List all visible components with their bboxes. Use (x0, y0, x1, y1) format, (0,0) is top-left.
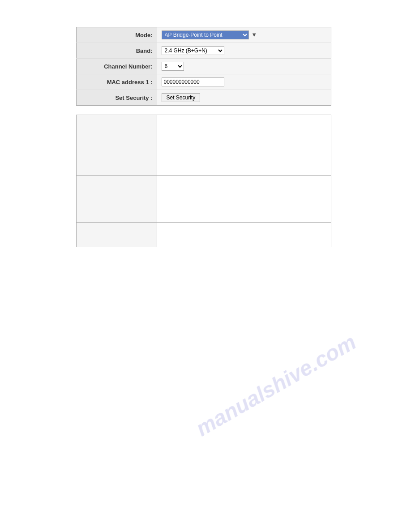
mode-row: Mode: AP Bridge-Point to Point AP Client… (77, 27, 331, 43)
set-security-label: Set Security : (77, 90, 157, 106)
band-value-cell: 2.4 GHz (B+G+N) 2.4 GHz (B) 2.4 GHz (G) … (157, 43, 331, 59)
row-left-cell (77, 222, 157, 247)
config-table: Mode: AP Bridge-Point to Point AP Client… (76, 27, 331, 106)
table-row (77, 191, 331, 222)
channel-select[interactable]: 1 2 3 4 5 6 7 8 9 10 11 12 13 (162, 62, 184, 71)
mode-value-cell: AP Bridge-Point to Point AP Client WDS A… (157, 27, 331, 43)
row-right-cell (157, 191, 331, 222)
set-security-row: Set Security : Set Security (77, 90, 331, 106)
data-table (76, 115, 331, 247)
mac-address-value-cell (157, 74, 331, 90)
band-row: Band: 2.4 GHz (B+G+N) 2.4 GHz (B) 2.4 GH… (77, 43, 331, 59)
channel-label: Channel Number: (77, 59, 157, 74)
table-row (77, 144, 331, 175)
row-right-cell (157, 128, 331, 144)
set-security-value-cell: Set Security (157, 90, 331, 106)
table-row (77, 128, 331, 144)
row-right-cell (157, 175, 331, 191)
mac-address-input[interactable] (162, 77, 224, 86)
band-label: Band: (77, 43, 157, 59)
data-table-header-row (77, 115, 331, 129)
mac-address-label: MAC address 1 : (77, 74, 157, 90)
set-security-button[interactable]: Set Security (162, 93, 201, 102)
header-left (77, 115, 157, 129)
mode-select[interactable]: AP Bridge-Point to Point AP Client WDS A… (162, 30, 249, 39)
watermark: manualshive.com (192, 330, 360, 441)
channel-value-cell: 1 2 3 4 5 6 7 8 9 10 11 12 13 (157, 59, 331, 74)
row-left-cell (77, 128, 157, 144)
row-left-cell (77, 175, 157, 191)
table-row (77, 175, 331, 191)
row-left-cell (77, 191, 157, 222)
channel-row: Channel Number: 1 2 3 4 5 6 7 8 9 10 11 … (77, 59, 331, 74)
mac-address-row: MAC address 1 : (77, 74, 331, 90)
table-row (77, 222, 331, 247)
mode-label: Mode: (77, 27, 157, 43)
row-right-cell (157, 144, 331, 175)
band-select[interactable]: 2.4 GHz (B+G+N) 2.4 GHz (B) 2.4 GHz (G) … (162, 46, 224, 55)
row-left-cell (77, 144, 157, 175)
dropdown-arrow-icon: ▼ (251, 31, 257, 38)
row-right-cell (157, 222, 331, 247)
header-right (157, 115, 331, 129)
